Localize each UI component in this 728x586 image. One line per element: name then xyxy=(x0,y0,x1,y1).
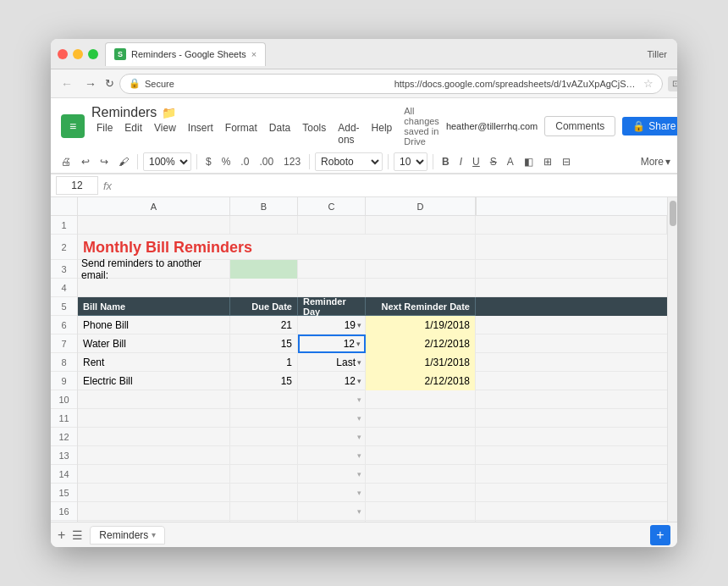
dropdown-arrow-9[interactable]: ▾ xyxy=(357,377,361,385)
text-color-button[interactable]: A xyxy=(504,154,517,169)
cell-8d[interactable]: 1/31/2018 xyxy=(366,353,476,372)
dropdown-arrow-12[interactable]: ▾ xyxy=(357,433,361,441)
menu-data[interactable]: Data xyxy=(264,120,295,147)
cell-7c-selected[interactable]: 12 ▾ xyxy=(298,334,366,353)
minimize-button[interactable] xyxy=(73,49,83,59)
cell-16c[interactable]: ▾ xyxy=(298,502,366,521)
spreadsheet-title[interactable]: Reminders xyxy=(91,105,157,120)
maximize-button[interactable] xyxy=(88,49,98,59)
cell-12d[interactable] xyxy=(366,428,476,446)
cell-8b[interactable]: 1 xyxy=(230,353,298,372)
reload-button[interactable]: ↻ xyxy=(105,77,114,90)
cell-15c[interactable]: ▾ xyxy=(298,484,366,502)
cell-13d[interactable] xyxy=(366,446,476,465)
dropdown-arrow-13[interactable]: ▾ xyxy=(357,451,361,460)
redo-button[interactable]: ↪ xyxy=(97,154,112,169)
menu-insert[interactable]: Insert xyxy=(183,120,218,147)
cell-4b[interactable] xyxy=(230,279,298,297)
cell-reference-input[interactable]: 12 xyxy=(56,176,98,195)
dropdown-arrow-11[interactable]: ▾ xyxy=(357,414,361,423)
cell-13a[interactable] xyxy=(78,446,230,465)
cell-9b[interactable]: 15 xyxy=(230,372,298,390)
col-header-a[interactable]: A xyxy=(78,197,230,216)
cell-14d[interactable] xyxy=(366,465,476,484)
more-button[interactable]: More ▾ xyxy=(641,156,670,168)
menu-view[interactable]: View xyxy=(149,120,181,147)
format-number-button[interactable]: 123 xyxy=(280,154,304,169)
paint-format-button[interactable]: 🖌 xyxy=(115,154,132,169)
cell-7d[interactable]: 2/12/2018 xyxy=(366,334,476,353)
cell-9c[interactable]: 12 ▾ xyxy=(298,372,366,390)
cell-9d[interactable]: 2/12/2018 xyxy=(366,372,476,390)
header-next-reminder[interactable]: Next Reminder Date xyxy=(366,297,476,316)
header-due-date[interactable]: Due Date xyxy=(230,297,298,316)
header-bill-name[interactable]: Bill Name xyxy=(78,297,230,316)
cell-13c[interactable]: ▾ xyxy=(298,446,366,465)
cell-3c[interactable] xyxy=(298,260,366,279)
cell-14b[interactable] xyxy=(230,465,298,484)
cell-email-input[interactable] xyxy=(230,260,298,279)
cell-6c[interactable]: 19 ▾ xyxy=(298,316,366,334)
dropdown-arrow-8[interactable]: ▾ xyxy=(357,358,361,367)
dropdown-arrow-10[interactable]: ▾ xyxy=(357,395,361,404)
sheet-tab-reminders[interactable]: Reminders ▾ xyxy=(90,526,165,545)
formula-input[interactable] xyxy=(117,176,672,195)
bold-button[interactable]: B xyxy=(438,154,453,169)
cell-15a[interactable] xyxy=(78,484,230,502)
sheet-tab-chevron[interactable]: ▾ xyxy=(152,530,156,539)
decimal-decrease-button[interactable]: .0 xyxy=(237,154,252,169)
cell-title[interactable]: Monthly Bill Reminders xyxy=(78,235,476,260)
scrollbar-thumb[interactable] xyxy=(670,201,676,226)
dropdown-arrow-6[interactable]: ▾ xyxy=(357,321,361,329)
cell-8a[interactable]: Rent xyxy=(78,353,230,372)
cell-10c[interactable]: ▾ xyxy=(298,390,366,409)
strikethrough-button[interactable]: S xyxy=(487,154,500,169)
font-size-select[interactable]: 10 xyxy=(394,152,427,171)
cell-7a[interactable]: Water Bill xyxy=(78,334,230,353)
cell-13b[interactable] xyxy=(230,446,298,465)
currency-button[interactable]: $ xyxy=(202,154,215,169)
forward-button[interactable]: → xyxy=(81,75,100,92)
header-reminder-day[interactable]: Reminder Day xyxy=(298,297,366,316)
menu-edit[interactable]: Edit xyxy=(119,120,147,147)
cell-10b[interactable] xyxy=(230,390,298,409)
cell-8c[interactable]: Last ▾ xyxy=(298,353,366,372)
merge-button[interactable]: ⊟ xyxy=(559,154,574,169)
cell-4d[interactable] xyxy=(366,279,476,297)
cell-16a[interactable] xyxy=(78,502,230,521)
tab-close-icon[interactable]: × xyxy=(251,49,256,59)
cell-4c[interactable] xyxy=(298,279,366,297)
close-button[interactable] xyxy=(58,49,68,59)
url-bar[interactable]: 🔒 Secure https://docs.google.com/spreads… xyxy=(119,74,663,94)
cell-11d[interactable] xyxy=(366,409,476,428)
cell-1d[interactable] xyxy=(366,216,476,235)
cell-12b[interactable] xyxy=(230,428,298,446)
cell-11a[interactable] xyxy=(78,409,230,428)
cell-1c[interactable] xyxy=(298,216,366,235)
undo-button[interactable]: ↩ xyxy=(78,154,93,169)
cell-6b[interactable]: 21 xyxy=(230,316,298,334)
print-button[interactable]: 🖨 xyxy=(58,154,74,169)
cell-12a[interactable] xyxy=(78,428,230,446)
menu-addons[interactable]: Add-ons xyxy=(333,120,364,147)
cell-11c[interactable]: ▾ xyxy=(298,409,366,428)
comments-button[interactable]: Comments xyxy=(544,116,615,136)
menu-file[interactable]: File xyxy=(91,120,118,147)
dropdown-arrow-7[interactable]: ▾ xyxy=(356,340,361,348)
dropdown-arrow-15[interactable]: ▾ xyxy=(357,489,361,497)
col-header-c[interactable]: C xyxy=(298,197,366,216)
cell-11b[interactable] xyxy=(230,409,298,428)
dropdown-arrow-16[interactable]: ▾ xyxy=(357,507,361,516)
cell-16b[interactable] xyxy=(230,502,298,521)
zoom-select[interactable]: 100% xyxy=(143,152,191,171)
cell-15b[interactable] xyxy=(230,484,298,502)
menu-format[interactable]: Format xyxy=(220,120,262,147)
percent-button[interactable]: % xyxy=(218,154,234,169)
borders-button[interactable]: ⊞ xyxy=(540,154,555,169)
cell-14c[interactable]: ▾ xyxy=(298,465,366,484)
cell-9a[interactable]: Electric Bill xyxy=(78,372,230,390)
cell-16d[interactable] xyxy=(366,502,476,521)
cell-6d[interactable]: 1/19/2018 xyxy=(366,316,476,334)
vertical-scrollbar[interactable] xyxy=(667,197,677,522)
decimal-increase-button[interactable]: .00 xyxy=(256,154,277,169)
